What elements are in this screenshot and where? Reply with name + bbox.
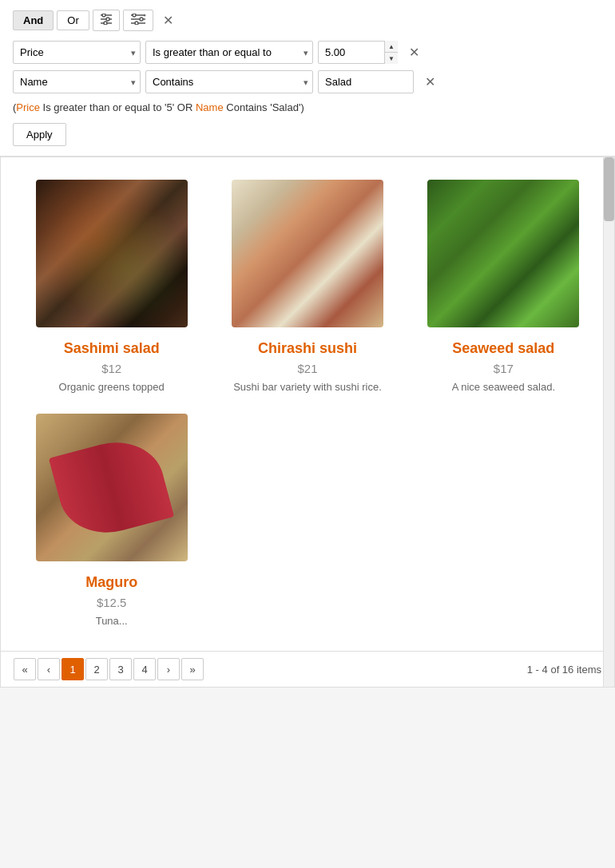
product-desc-maguro: Tuna...	[96, 614, 128, 628]
svg-point-3	[102, 14, 105, 17]
operator-select-wrapper: Is greater than or equal to Is less than…	[145, 41, 313, 64]
summary-end-text: Contains 'Salad')	[224, 101, 304, 113]
product-price-maguro: $12.5	[97, 596, 127, 609]
page-4-button[interactable]: 4	[133, 658, 156, 680]
field-select-name[interactable]: Name Price	[13, 70, 141, 93]
product-name-seaweed: Seaweed salad	[452, 340, 554, 357]
prev-page-button[interactable]: ‹	[38, 658, 60, 680]
scrollbar-thumb[interactable]	[604, 157, 614, 221]
svg-point-9	[133, 14, 136, 17]
operator-select-name[interactable]: Contains Equals Starts with	[145, 70, 313, 93]
summary-middle-text: Is greater than or equal to '5' OR	[40, 101, 196, 113]
filter-row-name: Name Price Contains Equals Starts with ✕	[13, 70, 602, 93]
filter-row-price: Price Name Is greater than or equal to I…	[13, 41, 602, 64]
filter-summary: (Price Is greater than or equal to '5' O…	[13, 101, 602, 113]
product-image-chirashi	[232, 180, 383, 327]
svg-point-4	[106, 18, 109, 21]
last-page-button[interactable]: »	[181, 658, 204, 680]
product-grid-inner: Sashimi salad $12 Organic greens topped …	[0, 157, 615, 688]
operator-select-wrapper-name: Contains Equals Starts with	[145, 70, 313, 93]
page-2-button[interactable]: 2	[85, 658, 108, 680]
first-page-button[interactable]: «	[14, 658, 36, 680]
spinner-arrows: ▲ ▼	[384, 41, 398, 64]
product-name-sashimi: Sashimi salad	[64, 340, 160, 357]
page-1-button[interactable]: 1	[62, 658, 84, 680]
product-desc-sashimi: Organic greens topped	[59, 380, 165, 394]
product-image-sashimi	[36, 180, 188, 327]
page-controls: « ‹ 1 2 3 4 › »	[14, 658, 204, 680]
product-desc-seaweed: A nice seaweed salad.	[452, 380, 555, 394]
filter-group-icon[interactable]: +	[123, 10, 153, 31]
spinner-down[interactable]: ▼	[385, 53, 398, 64]
operator-select-price[interactable]: Is greater than or equal to Is less than…	[145, 41, 313, 64]
clear-filters-button[interactable]: ✕	[157, 10, 180, 31]
product-desc-chirashi: Sushi bar variety with sushi rice.	[233, 380, 382, 394]
next-page-button[interactable]: ›	[157, 658, 180, 680]
page-3-button[interactable]: 3	[109, 658, 132, 680]
field-select-wrapper-name: Name Price	[13, 70, 141, 93]
product-name-chirashi: Chirashi sushi	[258, 340, 357, 357]
summary-name-label: Name	[196, 101, 224, 113]
product-grid: Sashimi salad $12 Organic greens topped …	[1, 157, 614, 651]
product-card-sashimi[interactable]: Sashimi salad $12 Organic greens topped	[14, 170, 209, 404]
page-info: 1 - 4 of 16 items	[527, 664, 601, 676]
value-input-name[interactable]	[318, 70, 414, 93]
product-card-seaweed[interactable]: Seaweed salad $17 A nice seaweed salad.	[406, 170, 601, 404]
field-select-wrapper: Price Name	[13, 41, 141, 64]
summary-price-label: Price	[16, 101, 40, 113]
filter-panel: And Or + ✕	[0, 0, 615, 157]
field-select-price[interactable]: Price Name	[13, 41, 141, 64]
svg-text:+: +	[143, 14, 146, 18]
product-price-sashimi: $12	[101, 362, 121, 375]
or-button[interactable]: Or	[57, 10, 89, 30]
and-button[interactable]: And	[13, 10, 54, 30]
value-spinner-wrapper: ▲ ▼	[318, 41, 398, 64]
pagination: « ‹ 1 2 3 4 › » 1 - 4 of 16 items	[1, 651, 614, 687]
product-card-chirashi[interactable]: Chirashi sushi $21 Sushi bar variety wit…	[209, 170, 405, 404]
svg-point-5	[104, 22, 107, 25]
product-name-maguro: Maguro	[85, 574, 137, 591]
product-image-seaweed	[427, 180, 579, 327]
logic-buttons-row: And Or + ✕	[13, 10, 602, 31]
spinner-up[interactable]: ▲	[385, 41, 398, 53]
add-filter-icon[interactable]	[93, 10, 120, 31]
product-price-chirashi: $21	[297, 362, 317, 375]
svg-point-11	[135, 22, 138, 25]
scrollbar[interactable]	[603, 157, 614, 687]
remove-filter-price-button[interactable]: ✕	[403, 42, 426, 63]
apply-button[interactable]: Apply	[13, 123, 66, 146]
product-grid-container: Sashimi salad $12 Organic greens topped …	[0, 157, 615, 688]
remove-filter-name-button[interactable]: ✕	[419, 71, 442, 93]
product-image-maguro	[36, 414, 188, 561]
product-price-seaweed: $17	[494, 362, 514, 375]
product-card-maguro[interactable]: Maguro $12.5 Tuna...	[14, 404, 209, 638]
